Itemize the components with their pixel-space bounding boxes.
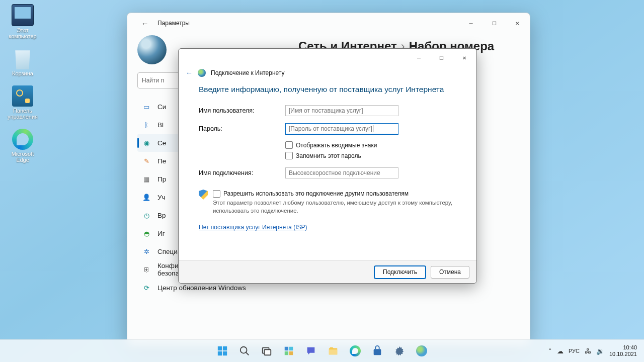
svg-point-4 — [240, 347, 247, 353]
avatar — [137, 35, 167, 64]
apps-icon: ▦ — [142, 175, 150, 183]
svg-rect-2 — [218, 351, 222, 355]
back-button[interactable]: ← — [138, 17, 151, 30]
connect-button[interactable]: Подключить — [374, 266, 426, 279]
username-label: Имя пользователя: — [199, 107, 285, 114]
window-title: Параметры — [157, 20, 190, 27]
show-characters-checkbox[interactable]: Отображать вводимые знаки — [285, 141, 456, 149]
task-view-button[interactable] — [257, 341, 276, 360]
pc-icon — [12, 4, 34, 26]
svg-rect-7 — [285, 347, 288, 350]
clock-icon: ◷ — [142, 211, 150, 219]
svg-rect-0 — [218, 346, 222, 350]
edge-button[interactable] — [346, 341, 365, 360]
svg-rect-1 — [223, 346, 227, 350]
desktop-label: Microsoft Edge — [5, 151, 40, 163]
minimize-button[interactable]: ─ — [459, 14, 482, 33]
maximize-button[interactable]: ☐ — [430, 50, 453, 65]
onedrive-icon[interactable]: ☁ — [557, 347, 564, 355]
settings-titlebar[interactable]: ← Параметры ─ ☐ ✕ — [127, 13, 530, 33]
taskbar-center — [213, 341, 431, 360]
system-tray: ˄ ☁ РУС 🖧 🔉 10:40 10.10.2021 — [548, 344, 644, 357]
desktop-edge[interactable]: Microsoft Edge — [5, 129, 40, 163]
desktop-control-panel[interactable]: Панель управления — [5, 85, 40, 120]
tray-chevron-icon[interactable]: ˄ — [548, 347, 552, 355]
desktop: Этот компьютер Корзина Панель управления… — [5, 4, 50, 172]
update-icon: ⟳ — [142, 284, 150, 292]
no-isp-link[interactable]: Нет поставщика услуг Интернета (ISP) — [199, 224, 307, 231]
close-button[interactable]: ✕ — [453, 50, 475, 65]
explorer-button[interactable] — [324, 341, 343, 360]
text-caret — [373, 125, 373, 132]
trash-icon — [12, 48, 33, 69]
checkbox-icon — [285, 141, 293, 149]
user-icon: 👤 — [142, 193, 150, 201]
uac-shield-icon — [199, 190, 208, 200]
volume-icon[interactable]: 🔉 — [596, 347, 604, 355]
app-button[interactable] — [412, 341, 431, 360]
desktop-recycle-bin[interactable]: Корзина — [5, 48, 40, 76]
dialog-titlebar[interactable]: ─ ☐ ✕ — [179, 49, 476, 67]
dialog-heading: Введите информацию, полученную от постав… — [199, 85, 456, 94]
desktop-label: Корзина — [5, 70, 40, 76]
search-button[interactable] — [235, 341, 254, 360]
password-label: Пароль: — [199, 125, 285, 132]
brush-icon: ✎ — [142, 157, 150, 165]
allow-others-description: Этот параметр позволяет любому пользоват… — [213, 199, 456, 215]
svg-rect-8 — [289, 347, 293, 350]
remember-password-checkbox[interactable]: Запомнить этот пароль — [285, 152, 456, 159]
edge-icon — [12, 129, 33, 150]
close-button[interactable]: ✕ — [506, 14, 529, 33]
desktop-label: Этот компьютер — [5, 27, 40, 39]
accessibility-icon: ✲ — [142, 247, 150, 255]
desktop-label: Панель управления — [5, 108, 40, 120]
wifi-icon: ◉ — [142, 139, 150, 147]
chat-button[interactable] — [301, 341, 320, 360]
network-icon[interactable]: 🖧 — [585, 347, 591, 355]
shield-icon: ⛨ — [142, 265, 150, 274]
start-button[interactable] — [213, 341, 232, 360]
minimize-button[interactable]: ─ — [408, 50, 430, 65]
maximize-button[interactable]: ☐ — [482, 14, 506, 33]
settings-button[interactable] — [390, 341, 409, 360]
connection-name-label: Имя подключения: — [199, 169, 285, 176]
display-icon: ▭ — [142, 103, 150, 111]
desktop-this-pc[interactable]: Этот компьютер — [5, 4, 40, 39]
svg-rect-10 — [289, 351, 293, 355]
back-button[interactable]: ← — [186, 69, 193, 77]
gamepad-icon: ◓ — [142, 229, 150, 237]
globe-icon — [198, 69, 206, 77]
allow-others-checkbox[interactable] — [213, 190, 220, 198]
svg-rect-6 — [264, 349, 271, 355]
cancel-button[interactable]: Отмена — [431, 266, 469, 279]
dialog-header: ← Подключение к Интернету — [179, 67, 476, 80]
clock[interactable]: 10:40 10.10.2021 — [609, 344, 637, 357]
svg-rect-12 — [374, 349, 381, 355]
taskbar: ˄ ☁ РУС 🖧 🔉 10:40 10.10.2021 — [0, 339, 644, 362]
connection-name-input[interactable] — [285, 167, 398, 178]
language-indicator[interactable]: РУС — [569, 348, 580, 354]
bluetooth-icon: ᛒ — [142, 121, 150, 129]
dialog-footer: Подключить Отмена — [179, 260, 476, 283]
dialog-title: Подключение к Интернету — [211, 69, 285, 76]
checkbox-icon — [285, 152, 293, 159]
control-panel-icon — [12, 85, 33, 107]
svg-rect-11 — [329, 349, 338, 354]
username-input[interactable] — [285, 105, 398, 116]
internet-connection-dialog: ─ ☐ ✕ ← Подключение к Интернету Введите … — [178, 48, 477, 284]
svg-rect-3 — [223, 351, 227, 355]
store-button[interactable] — [368, 341, 387, 360]
svg-rect-9 — [285, 351, 288, 355]
password-input[interactable]: [Пароль от поставщика услуг] — [285, 123, 398, 134]
allow-others-label: Разрешить использовать это подключение д… — [223, 190, 409, 198]
widgets-button[interactable] — [279, 341, 298, 360]
